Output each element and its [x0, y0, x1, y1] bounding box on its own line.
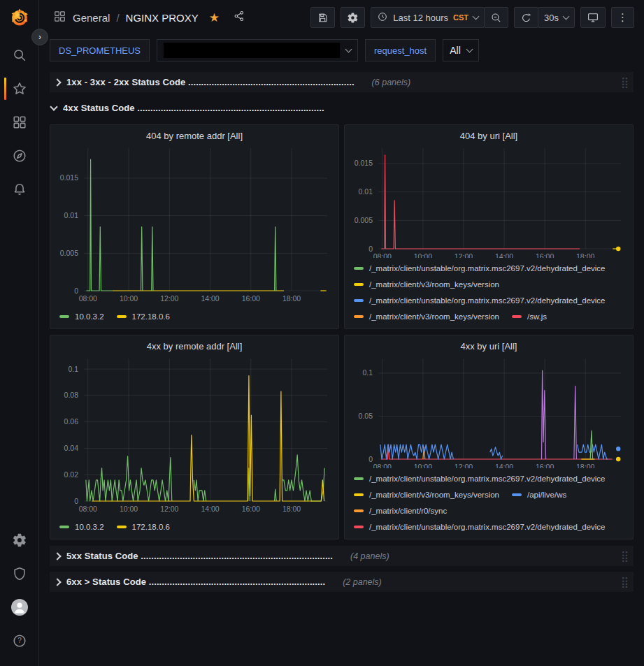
legend-row: 10.0.3.2172.18.0.6	[56, 519, 333, 535]
apps-grid-icon	[53, 10, 66, 26]
datasource-select[interactable]	[157, 39, 358, 61]
sidebar-item-starred[interactable]	[10, 80, 29, 98]
timeseries-chart[interactable]: 00.020.040.060.080.108:0010:0012:0014:00…	[56, 354, 333, 515]
series-line	[141, 227, 143, 291]
legend-swatch	[117, 526, 127, 528]
x-axis-tick-label: 16:00	[242, 505, 260, 513]
row-4xx[interactable]: 4xx Status Code ........................…	[50, 98, 634, 118]
drag-handle-icon[interactable]: ⣿	[621, 577, 629, 587]
gear-icon[interactable]	[10, 531, 29, 549]
row-panel-count: (2 panels)	[343, 577, 382, 587]
legend-item[interactable]: /_matrix/client/unstable/org.matrix.msc2…	[354, 264, 606, 273]
timeseries-chart[interactable]: 00.0050.010.01508:0010:0012:0014:0016:00…	[56, 144, 333, 305]
request-host-select[interactable]: All	[443, 39, 479, 61]
grafana-logo-icon[interactable]	[8, 6, 31, 29]
x-axis-tick-label: 14:00	[495, 463, 513, 468]
favorite-star-icon[interactable]: ★	[209, 12, 220, 24]
y-axis-tick-label: 0	[74, 497, 78, 505]
legend-item[interactable]: 10.0.3.2	[59, 523, 104, 531]
panel-title[interactable]: 404 by uri [All]	[350, 131, 627, 141]
refresh-button[interactable]	[514, 7, 538, 28]
avatar[interactable]	[10, 598, 29, 616]
refresh-interval-picker[interactable]: 30s	[538, 7, 575, 28]
row-5xx[interactable]: 5xx Status Code ........................…	[50, 546, 634, 566]
drag-handle-icon[interactable]: ⣿	[621, 551, 629, 561]
sidebar-item-alerting[interactable]	[10, 180, 29, 198]
x-axis-tick-label: 12:00	[455, 252, 473, 258]
series-line	[282, 455, 324, 501]
legend-item[interactable]: /_matrix/client/v3/room_keys/version	[354, 312, 499, 321]
sidebar-item-dashboards[interactable]	[10, 113, 29, 131]
legend-label: /_matrix/client/r0/sync	[369, 507, 447, 515]
chart-legend: /_matrix/client/unstable/org.matrix.msc2…	[350, 260, 627, 324]
legend-item[interactable]: /_matrix/client/unstable/org.matrix.msc2…	[354, 475, 606, 483]
shield-icon[interactable]	[10, 565, 29, 583]
row-6xx[interactable]: 6xx > Status Code ......................…	[50, 572, 634, 592]
panel-title[interactable]: 4xx by uri [All]	[350, 341, 627, 352]
main-area: General / NGINX PROXY ★ Last 1	[39, 0, 644, 666]
y-axis-tick-label: 0.1	[362, 368, 373, 377]
y-axis-tick-label: 0.005	[355, 216, 373, 224]
x-axis-tick-label: 12:00	[160, 294, 178, 303]
dashboard-settings-button[interactable]	[341, 7, 365, 28]
page-title[interactable]: NGINX PROXY	[126, 12, 199, 24]
panel-title[interactable]: 4xx by remote addr [All]	[56, 341, 333, 352]
topbar: General / NGINX PROXY ★ Last 1	[39, 0, 644, 35]
series-point	[616, 447, 620, 451]
share-icon[interactable]	[233, 10, 245, 25]
x-axis-tick-label: 12:00	[160, 505, 178, 513]
y-axis-tick-label: 0.05	[359, 412, 373, 420]
legend-item[interactable]: 10.0.3.2	[59, 312, 104, 321]
save-dashboard-button[interactable]	[310, 7, 335, 28]
legend-item[interactable]: /_matrix/client/unstable/org.matrix.msc2…	[354, 296, 606, 305]
legend-label: 10.0.3.2	[75, 312, 104, 321]
timeseries-chart[interactable]: 00.050.108:0010:0012:0014:0016:0018:00	[350, 354, 627, 468]
legend-item[interactable]: /_matrix/client/v3/room_keys/version	[354, 491, 499, 499]
chevron-right-icon	[53, 552, 61, 560]
tv-mode-button[interactable]	[580, 7, 606, 28]
refresh-interval-label: 30s	[544, 13, 559, 23]
sidebar-expand-button[interactable]: ›	[31, 29, 48, 45]
toolbar: Last 12 hours CST 30s	[310, 7, 634, 28]
search-icon[interactable]	[10, 46, 29, 64]
legend-item[interactable]: /_matrix/client/r0/sync	[354, 507, 447, 515]
kebab-menu-button[interactable]: ⋮	[611, 7, 634, 28]
y-axis-tick-label: 0.06	[64, 417, 79, 426]
legend-row: /_matrix/client/unstable/org.matrix.msc2…	[350, 519, 627, 535]
legend-row: /_matrix/client/unstable/org.matrix.msc2…	[350, 470, 627, 486]
y-axis-tick-label: 0	[368, 455, 373, 463]
panel-title[interactable]: 404 by remote addr [All]	[56, 131, 333, 141]
time-range-picker[interactable]: Last 12 hours CST	[371, 7, 485, 28]
legend-label: /_matrix/client/unstable/org.matrix.msc2…	[369, 523, 606, 531]
breadcrumb-folder[interactable]: General	[73, 12, 110, 24]
legend-label: /_matrix/client/unstable/org.matrix.msc2…	[369, 264, 606, 273]
legend-item[interactable]: /api/live/ws	[512, 491, 566, 499]
chevron-down-icon	[50, 103, 57, 110]
redacted-value	[164, 43, 340, 58]
help-icon[interactable]: ?	[10, 632, 29, 650]
svg-text:?: ?	[17, 637, 22, 644]
x-axis-tick-label: 10:00	[414, 252, 432, 258]
chevron-down-icon	[466, 45, 473, 52]
zoom-out-button[interactable]	[484, 7, 508, 28]
panel-4xx-by-remote-addr: 4xx by remote addr [All] 00.020.040.060.…	[50, 335, 339, 540]
legend-item[interactable]: 172.18.0.6	[117, 312, 170, 321]
panel-4xx-by-uri: 4xx by uri [All] 00.050.108:0010:0012:00…	[344, 335, 634, 540]
row-1xx-3xx-2xx[interactable]: 1xx - 3xx - 2xx Status Code ............…	[50, 72, 634, 92]
breadcrumb: General / NGINX PROXY ★	[53, 10, 245, 26]
x-axis-tick-label: 08:00	[373, 463, 392, 468]
series-point	[616, 247, 620, 251]
x-axis-tick-label: 18:00	[282, 505, 301, 513]
x-axis-tick-label: 08:00	[79, 294, 97, 303]
legend-item[interactable]: /_matrix/client/unstable/org.matrix.msc2…	[354, 523, 606, 531]
legend-row: 10.0.3.2172.18.0.6	[56, 308, 333, 324]
legend-row: /_matrix/client/v3/room_keys/version/api…	[350, 486, 627, 502]
series-point	[616, 457, 620, 461]
legend-item[interactable]: /_matrix/client/v3/room_keys/version	[354, 280, 499, 289]
x-axis-tick-label: 18:00	[576, 252, 594, 258]
sidebar-item-explore[interactable]	[10, 147, 29, 165]
timeseries-chart[interactable]: 00.0050.010.01508:0010:0012:0014:0016:00…	[350, 144, 627, 258]
drag-handle-icon[interactable]: ⣿	[621, 77, 629, 87]
legend-item[interactable]: 172.18.0.6	[117, 523, 170, 531]
legend-item[interactable]: /sw.js	[512, 312, 547, 321]
